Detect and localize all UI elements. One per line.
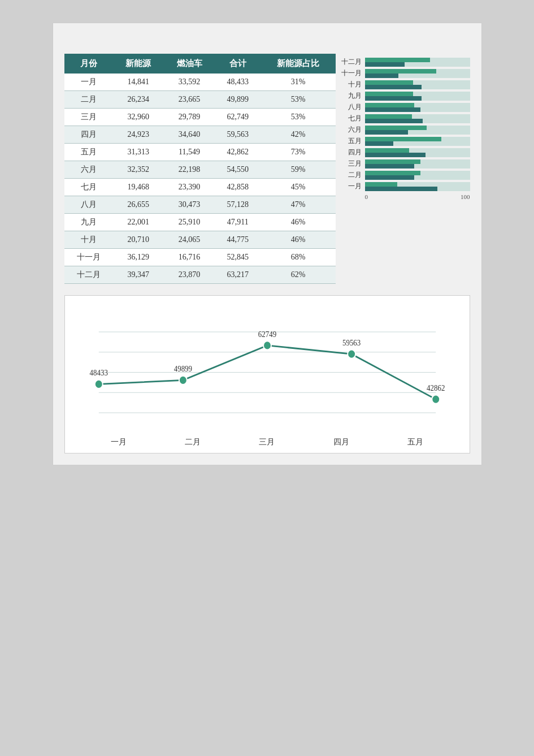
cell-fuel: 24,065 xyxy=(164,231,215,249)
cell-ratio: 45% xyxy=(261,179,335,196)
line-chart-label: 42862 xyxy=(427,383,445,392)
bar-track xyxy=(365,92,470,101)
table-row: 八月 26,655 30,473 57,128 47% xyxy=(64,196,336,214)
line-chart-label: 62749 xyxy=(258,330,276,339)
bar-month-label: 四月 xyxy=(341,148,362,157)
bar-fill-fuel xyxy=(365,164,414,169)
cell-ratio: 53% xyxy=(261,109,335,126)
bar-fill-fuel xyxy=(365,85,422,89)
cell-total: 49,899 xyxy=(215,91,261,109)
cell-month: 六月 xyxy=(64,161,113,179)
table-row: 一月 14,841 33,592 48,433 31% xyxy=(64,74,336,91)
top-section: 月份 新能源 燃油车 合计 新能源占比 一月 14,841 33,592 48,… xyxy=(64,54,470,284)
bar-row: 三月 xyxy=(341,159,470,169)
cell-fuel: 23,665 xyxy=(164,91,215,109)
bar-fill-fuel xyxy=(365,96,422,101)
cell-fuel: 34,640 xyxy=(164,126,215,144)
cell-ratio: 68% xyxy=(261,249,335,266)
bar-row: 八月 xyxy=(341,102,470,112)
cell-total: 52,845 xyxy=(215,249,261,266)
line-chart-svg: 4843349899627495956342862 xyxy=(76,307,458,431)
line-chart-label: 48433 xyxy=(89,368,107,377)
cell-ev: 32,352 xyxy=(113,161,164,179)
bar-fill-fuel xyxy=(365,107,421,112)
bar-fill-fuel xyxy=(365,74,399,78)
cell-total: 54,550 xyxy=(215,161,261,179)
page-title xyxy=(64,34,470,54)
line-chart-month: 二月 xyxy=(185,437,201,447)
table-header-row: 月份 新能源 燃油车 合计 新能源占比 xyxy=(64,54,336,74)
line-chart-xaxis: 一月二月三月四月五月 xyxy=(76,434,458,447)
bar-fill-ev xyxy=(365,171,421,175)
bar-fill-ev xyxy=(365,126,427,130)
page-container: 月份 新能源 燃油车 合计 新能源占比 一月 14,841 33,592 48,… xyxy=(53,23,482,465)
cell-month: 二月 xyxy=(64,91,113,109)
table-row: 三月 32,960 29,789 62,749 53% xyxy=(64,109,336,126)
bar-track xyxy=(365,69,470,78)
bar-fill-fuel xyxy=(365,130,408,135)
cell-month: 十二月 xyxy=(64,266,113,284)
bar-fill-fuel xyxy=(365,141,393,146)
col-ratio: 新能源占比 xyxy=(261,54,335,74)
cell-month: 九月 xyxy=(64,214,113,231)
bar-fill-fuel xyxy=(365,119,423,123)
bar-fill-ev xyxy=(365,92,414,96)
bar-fill-ev xyxy=(365,69,436,74)
line-chart-month: 五月 xyxy=(407,437,423,447)
cell-fuel: 16,716 xyxy=(164,249,215,266)
cell-month: 四月 xyxy=(64,126,113,144)
table-row: 十一月 36,129 16,716 52,845 68% xyxy=(64,249,336,266)
table-row: 六月 32,352 22,198 54,550 59% xyxy=(64,161,336,179)
table-row: 十二月 39,347 23,870 63,217 62% xyxy=(64,266,336,284)
table-row: 二月 26,234 23,665 49,899 53% xyxy=(64,91,336,109)
bar-fill-ev xyxy=(365,114,413,119)
cell-total: 44,775 xyxy=(215,231,261,249)
bar-fill-fuel xyxy=(365,175,414,180)
cell-fuel: 33,592 xyxy=(164,74,215,91)
bar-month-label: 十一月 xyxy=(341,68,362,78)
cell-ev: 39,347 xyxy=(113,266,164,284)
col-total: 合计 xyxy=(215,54,261,74)
cell-ratio: 53% xyxy=(261,91,335,109)
bar-row: 四月 xyxy=(341,148,470,157)
bar-month-label: 十月 xyxy=(341,80,362,89)
bar-row: 九月 xyxy=(341,91,470,101)
table-row: 九月 22,001 25,910 47,911 46% xyxy=(64,214,336,231)
table-row: 四月 24,923 34,640 59,563 42% xyxy=(64,126,336,144)
cell-ratio: 62% xyxy=(261,266,335,284)
cell-total: 59,563 xyxy=(215,126,261,144)
line-chart-dot xyxy=(94,380,102,388)
cell-ev: 26,655 xyxy=(113,196,164,214)
bar-track xyxy=(365,114,470,123)
line-chart-dot xyxy=(432,395,440,403)
line-chart-month: 四月 xyxy=(333,437,349,447)
line-chart-month: 一月 xyxy=(111,437,127,447)
bar-axis-0: 0 xyxy=(365,193,368,200)
bar-month-label: 十二月 xyxy=(341,57,362,67)
bar-row: 二月 xyxy=(341,170,470,180)
bar-month-label: 三月 xyxy=(341,159,362,169)
bar-track xyxy=(365,103,470,112)
bar-axis: 0 100 xyxy=(341,193,470,200)
col-ev: 新能源 xyxy=(113,54,164,74)
col-month: 月份 xyxy=(64,54,113,74)
cell-month: 五月 xyxy=(64,144,113,161)
cell-month: 三月 xyxy=(64,109,113,126)
bar-fill-ev xyxy=(365,137,442,141)
cell-ratio: 46% xyxy=(261,214,335,231)
cell-ev: 24,923 xyxy=(113,126,164,144)
bar-fill-ev xyxy=(365,103,414,107)
cell-total: 62,749 xyxy=(215,109,261,126)
cell-fuel: 25,910 xyxy=(164,214,215,231)
table-row: 七月 19,468 23,390 42,858 45% xyxy=(64,179,336,196)
cell-total: 42,862 xyxy=(215,144,261,161)
cell-total: 47,911 xyxy=(215,214,261,231)
cell-ev: 22,001 xyxy=(113,214,164,231)
bar-row: 七月 xyxy=(341,114,470,123)
cell-month: 十一月 xyxy=(64,249,113,266)
bar-chart-wrapper: 十二月 十一月 十月 九月 八月 七月 xyxy=(336,54,470,200)
bar-row: 十月 xyxy=(341,80,470,89)
cell-ev: 32,960 xyxy=(113,109,164,126)
bar-fill-fuel xyxy=(365,62,405,67)
cell-ev: 36,129 xyxy=(113,249,164,266)
